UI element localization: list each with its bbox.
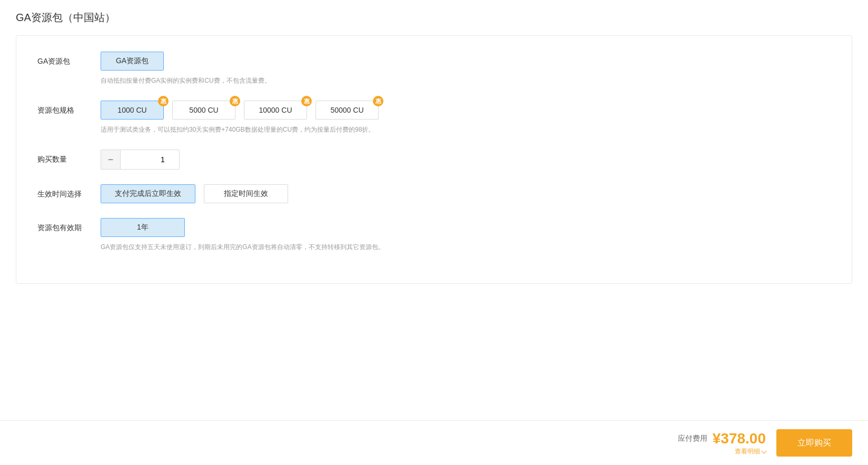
effect-scheduled-button[interactable]: 指定时间生效 (204, 184, 288, 203)
option-ga-package[interactable]: GA资源包 (101, 52, 164, 71)
label-validity: 资源包有效期 (37, 218, 101, 233)
label-quantity: 购买数量 (37, 150, 101, 165)
badge-5000cu: 惠 (230, 96, 240, 106)
badge-50000cu: 惠 (373, 96, 383, 106)
content-spec: 1000 CU 惠 5000 CU 惠 10000 CU 惠 50000 CU … (101, 101, 831, 135)
spec-options-group: 1000 CU 惠 5000 CU 惠 10000 CU 惠 50000 CU … (101, 101, 831, 120)
form-row-validity: 资源包有效期 1年 GA资源包仅支持五天未使用退订，到期后未用完的GA资源包将自… (37, 218, 831, 252)
content-package: GA资源包 自动抵扣按量付费GA实例的实例费和CU费，不包含流量费。 (101, 52, 831, 86)
page-title: GA资源包（中国站） (16, 11, 852, 25)
price-row: 应付费用 ¥378.00 (678, 430, 766, 447)
buy-button[interactable]: 立即购买 (776, 429, 852, 457)
validity-hint: GA资源包仅支持五天未使用退订，到期后未用完的GA资源包将自动清零，不支持转移到… (101, 242, 831, 252)
price-detail-label: 查看明细 (735, 447, 760, 456)
package-type-group: GA资源包 (101, 52, 831, 71)
spec-hint: 适用于测试类业务，可以抵扣约30天实例费+740GB数据处理量的CU费，约为按量… (101, 125, 831, 135)
effect-immediate-button[interactable]: 支付完成后立即生效 (101, 184, 195, 203)
validity-option-1year[interactable]: 1年 (101, 218, 185, 237)
content-effect-time: 支付完成后立即生效 指定时间生效 (101, 184, 831, 203)
label-package: GA资源包 (37, 52, 101, 67)
chevron-down-icon (762, 448, 767, 453)
form-row-quantity: 购买数量 − + (37, 150, 831, 170)
price-label: 应付费用 (678, 434, 707, 443)
footer-bar: 应付费用 ¥378.00 查看明细 立即购买 (0, 420, 868, 465)
price-section: 应付费用 ¥378.00 查看明细 (678, 430, 766, 456)
time-options-group: 支付完成后立即生效 指定时间生效 (101, 184, 831, 203)
form-row-effect-time: 生效时间选择 支付完成后立即生效 指定时间生效 (37, 184, 831, 203)
quantity-input[interactable] (120, 150, 180, 169)
spec-option-50000cu[interactable]: 50000 CU 惠 (315, 101, 379, 120)
label-effect-time: 生效时间选择 (37, 184, 101, 200)
badge-1000cu: 惠 (158, 96, 169, 106)
quantity-control: − + (101, 150, 180, 170)
content-quantity: − + (101, 150, 831, 170)
content-validity: 1年 GA资源包仅支持五天未使用退订，到期后未用完的GA资源包将自动清零，不支持… (101, 218, 831, 252)
spec-option-5000cu[interactable]: 5000 CU 惠 (172, 101, 235, 120)
price-detail-link[interactable]: 查看明细 (735, 447, 766, 456)
price-value: ¥378.00 (713, 430, 766, 447)
spec-option-1000cu[interactable]: 1000 CU 惠 (101, 101, 164, 120)
quantity-minus-button[interactable]: − (101, 150, 120, 169)
package-hint: 自动抵扣按量付费GA实例的实例费和CU费，不包含流量费。 (101, 76, 831, 86)
form-row-spec: 资源包规格 1000 CU 惠 5000 CU 惠 10000 CU 惠 (37, 101, 831, 135)
badge-10000cu: 惠 (301, 96, 312, 106)
spec-option-10000cu[interactable]: 10000 CU 惠 (244, 101, 307, 120)
form-card: GA资源包 GA资源包 自动抵扣按量付费GA实例的实例费和CU费，不包含流量费。… (16, 35, 852, 284)
form-row-package: GA资源包 GA资源包 自动抵扣按量付费GA实例的实例费和CU费，不包含流量费。 (37, 52, 831, 86)
label-spec: 资源包规格 (37, 101, 101, 116)
